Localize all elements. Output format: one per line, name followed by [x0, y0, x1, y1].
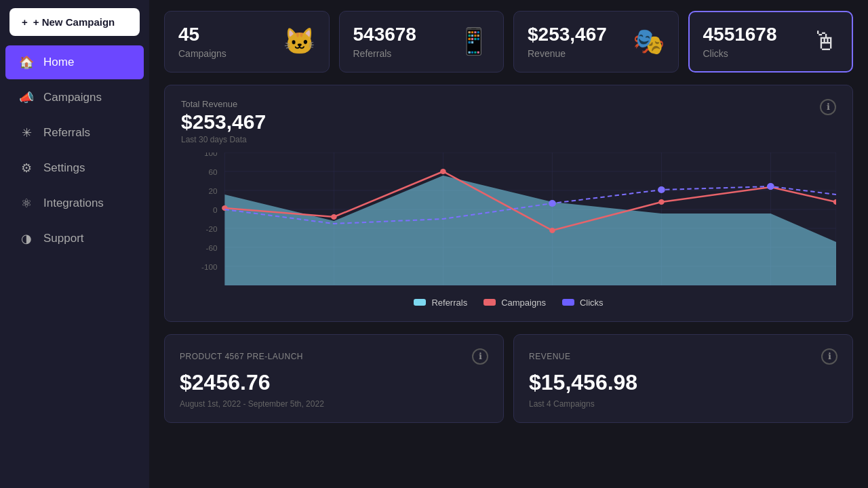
bottom-cards: Product 4567 Pre-Launch ℹ $2456.76 Augus… — [164, 334, 853, 423]
legend-item-referrals: Referrals — [414, 298, 467, 308]
legend-label: Campaigns — [501, 298, 546, 308]
stat-text: 543678 Referrals — [353, 24, 416, 59]
bottom-card-0: Product 4567 Pre-Launch ℹ $2456.76 Augus… — [164, 334, 504, 423]
stat-card-referrals[interactable]: 543678 Referrals 📱 — [339, 11, 505, 73]
clicks-dot — [549, 200, 556, 207]
main-content: 45 Campaigns 🐱 543678 Referrals 📱 $253,4… — [149, 0, 868, 488]
sidebar-item-label: Integrations — [43, 197, 104, 210]
sidebar-item-label: Support — [43, 232, 84, 245]
sidebar-item-support[interactable]: ◑ Support — [5, 222, 144, 256]
sidebar-item-referrals[interactable]: ✳ Referrals — [5, 116, 144, 150]
stat-icon: 🖱 — [812, 27, 838, 56]
svg-text:-60: -60 — [206, 244, 218, 252]
chart-section: Total Revenue $253,467 Last 30 days Data… — [164, 85, 853, 322]
sidebar-item-label: Campaigns — [43, 91, 102, 104]
bottom-card-header: Product 4567 Pre-Launch ℹ — [180, 348, 488, 365]
sidebar-item-label: Home — [43, 56, 74, 69]
sidebar-item-settings[interactable]: ⚙ Settings — [5, 151, 144, 185]
chart-container: 100 60 20 0 -20 -60 -100 Jan Feb Mar — [181, 152, 836, 288]
support-icon: ◑ — [19, 231, 34, 246]
campaigns-dot — [658, 199, 665, 205]
stat-card-clicks[interactable]: 4551678 Clicks 🖱 — [688, 11, 854, 73]
sidebar-item-integrations[interactable]: ⚛ Integrations — [5, 186, 144, 220]
legend-color — [484, 299, 496, 306]
stat-value: $253,467 — [528, 24, 607, 45]
legend-label: Referrals — [431, 298, 467, 308]
legend-item-campaigns: Campaigns — [484, 298, 546, 308]
campaigns-dot — [833, 199, 836, 205]
bottom-card-info-icon[interactable]: ℹ — [472, 348, 488, 365]
stat-card-revenue[interactable]: $253,467 Revenue 🎭 — [513, 11, 679, 73]
campaigns-dot — [331, 214, 337, 220]
chart-subtitle: Last 30 days Data — [181, 135, 266, 144]
stat-label: Campaigns — [178, 48, 226, 59]
clicks-dot — [658, 186, 665, 193]
stat-card-campaigns[interactable]: 45 Campaigns 🐱 — [164, 11, 330, 73]
clicks-dot — [767, 183, 774, 190]
bottom-card-info-icon[interactable]: ℹ — [821, 348, 837, 365]
chart-title: Total Revenue — [181, 99, 266, 109]
bottom-card-sub: August 1st, 2022 - September 5th, 2022 — [180, 399, 488, 409]
stat-value: 45 — [178, 24, 226, 45]
stat-label: Referrals — [353, 48, 416, 59]
campaigns-dot — [549, 228, 555, 233]
svg-text:100: 100 — [204, 152, 218, 157]
stat-icon: 🐱 — [283, 26, 315, 56]
svg-text:20: 20 — [209, 187, 218, 195]
legend-color — [562, 299, 574, 306]
settings-icon: ⚙ — [19, 161, 34, 176]
bottom-card-1: REVENUE ℹ $15,456.98 Last 4 Campaigns — [513, 334, 853, 423]
chart-info-icon[interactable]: ℹ — [820, 99, 836, 115]
stat-icon: 🎭 — [633, 26, 665, 56]
stat-value: 543678 — [353, 24, 416, 45]
plus-icon: + — [22, 16, 28, 28]
stat-label: Revenue — [528, 48, 607, 59]
bottom-card-sub: Last 4 Campaigns — [529, 399, 837, 409]
integrations-icon: ⚛ — [19, 196, 34, 211]
stat-cards: 45 Campaigns 🐱 543678 Referrals 📱 $253,4… — [164, 11, 853, 73]
sidebar-item-label: Referrals — [43, 126, 90, 140]
stat-value: 4551678 — [703, 24, 777, 45]
sidebar: + + New Campaign 🏠 Home 📣 Campaigns ✳ Re… — [0, 0, 149, 488]
referrals-area — [224, 176, 836, 285]
chart-value: $253,467 — [181, 110, 266, 134]
bottom-card-label: REVENUE — [529, 352, 571, 361]
legend-label: Clicks — [580, 298, 604, 308]
stat-text: $253,467 Revenue — [528, 24, 607, 59]
sidebar-item-home[interactable]: 🏠 Home — [5, 45, 144, 79]
new-campaign-button[interactable]: + + New Campaign — [9, 8, 140, 36]
svg-text:-20: -20 — [206, 225, 218, 233]
bottom-card-label: Product 4567 Pre-Launch — [180, 352, 303, 361]
stat-label: Clicks — [703, 48, 777, 59]
sidebar-item-campaigns[interactable]: 📣 Campaigns — [5, 81, 144, 115]
stat-icon: 📱 — [458, 26, 490, 56]
campaigns-dot — [440, 169, 446, 174]
svg-text:0: 0 — [213, 206, 218, 214]
nav-items: 🏠 Home 📣 Campaigns ✳ Referrals ⚙ Setting… — [0, 44, 149, 257]
legend-color — [414, 299, 426, 306]
bottom-card-value: $2456.76 — [180, 370, 488, 395]
stat-text: 45 Campaigns — [178, 24, 226, 59]
svg-text:60: 60 — [209, 168, 218, 176]
campaigns-icon: 📣 — [19, 90, 34, 105]
sidebar-item-label: Settings — [43, 161, 85, 175]
bottom-card-header: REVENUE ℹ — [529, 348, 837, 365]
chart-legend: Referrals Campaigns Clicks — [181, 298, 836, 308]
svg-text:-100: -100 — [201, 263, 218, 271]
referrals-icon: ✳ — [19, 125, 34, 140]
chart-svg: 100 60 20 0 -20 -60 -100 Jan Feb Mar — [181, 152, 836, 288]
home-icon: 🏠 — [19, 55, 34, 70]
bottom-card-value: $15,456.98 — [529, 370, 837, 395]
legend-item-clicks: Clicks — [562, 298, 604, 308]
stat-text: 4551678 Clicks — [703, 24, 777, 59]
